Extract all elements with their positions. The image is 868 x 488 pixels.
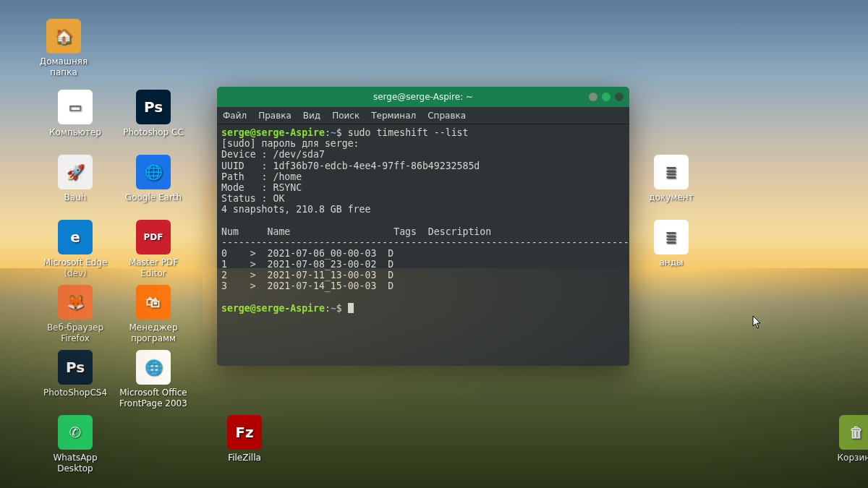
photoshop-cc-icon: Ps bbox=[136, 90, 171, 124]
info-summary: 4 snapshots, 210.8 GB free bbox=[221, 204, 370, 215]
prompt-user: serge@serge-Aspire bbox=[221, 127, 325, 138]
menu-edit[interactable]: Правка bbox=[258, 111, 292, 121]
desktop-icon-bauh[interactable]: 🚀Bauh bbox=[36, 155, 114, 203]
menu-file[interactable]: Файл bbox=[223, 111, 247, 121]
terminal-body[interactable]: serge@serge-Aspire:~$ sudo timeshift --l… bbox=[217, 124, 629, 366]
table-divider: ----------------------------------------… bbox=[221, 237, 629, 248]
desktop-icon-label: Домашняя папка bbox=[25, 56, 103, 78]
desktop-icon-label: Bauh bbox=[36, 192, 114, 203]
filezilla-icon: Fz bbox=[227, 415, 262, 450]
terminal-title: serge@serge-Aspire: ~ bbox=[373, 92, 473, 102]
frontpage-2003-icon: 🌐 bbox=[136, 350, 171, 385]
desktop-icon-label: Веб-браузер Firefox bbox=[36, 322, 114, 344]
prompt-user2: serge@serge-Aspire bbox=[221, 303, 325, 314]
app-manager-icon: 🛍 bbox=[136, 285, 171, 320]
desktop-icon-label: Корзина bbox=[817, 453, 868, 463]
window-maximize-button[interactable] bbox=[602, 93, 610, 101]
desktop-icon-filezilla[interactable]: FzFileZilla bbox=[205, 415, 284, 463]
edge-dev-icon: e bbox=[58, 220, 93, 254]
prompt-path2: ~ bbox=[331, 303, 336, 314]
master-pdf-icon: PDF bbox=[136, 220, 171, 254]
menu-view[interactable]: Вид bbox=[303, 111, 320, 121]
terminal-window[interactable]: serge@serge-Aspire: ~ Файл Правка Вид По… bbox=[217, 87, 629, 366]
desktop-icon-photoshop-cc[interactable]: PsPhotoshop CC bbox=[114, 90, 192, 138]
desktop-icon-home-folder[interactable]: 🏠Домашняя папка bbox=[25, 19, 103, 78]
window-close-button[interactable] bbox=[615, 93, 624, 101]
mouse-cursor-icon bbox=[752, 315, 762, 330]
home-folder-icon: 🏠 bbox=[46, 19, 81, 53]
desktop-icon-label: FileZilla bbox=[205, 453, 284, 463]
prompt-dollar2: $ bbox=[336, 303, 342, 314]
prompt-path: ~ bbox=[331, 127, 336, 138]
desktop-icon-label: Google Earth bbox=[114, 192, 192, 203]
whatsapp-icon: ✆ bbox=[58, 415, 93, 450]
terminal-titlebar[interactable]: serge@serge-Aspire: ~ bbox=[217, 87, 629, 107]
desktop-icon-label: Менеджер программ bbox=[114, 322, 192, 344]
table-rows: 0 > 2021-07-06_00-00-03 D 1 > 2021-07-08… bbox=[221, 248, 393, 292]
desktop-icon-photoshop-cs4[interactable]: PsPhotoShopCS4 bbox=[36, 350, 114, 398]
info-uuid: UUID : 1df36b70-edcb-4ee4-97ff-86b492325… bbox=[221, 160, 480, 171]
sudo-prompt: [sudo] пароль для serge: bbox=[221, 138, 359, 149]
desktop-icon-commands[interactable]: ≣анды bbox=[632, 220, 710, 268]
document-icon: ≣ bbox=[654, 155, 689, 189]
info-path: Path : /home bbox=[221, 171, 302, 182]
desktop-icon-label: Microsoft Office FrontPage 2003 bbox=[114, 388, 192, 409]
command-text: sudo timeshift --list bbox=[348, 127, 469, 138]
info-mode: Mode : RSYNC bbox=[221, 182, 302, 193]
desktop-icon-computer[interactable]: ▭Компьютер bbox=[36, 90, 114, 138]
firefox-icon: 🦊 bbox=[58, 285, 93, 320]
desktop-icon-label: анды bbox=[632, 257, 710, 268]
desktop-icon-label: Microsoft Edge (dev) bbox=[36, 257, 114, 279]
terminal-cursor-icon bbox=[348, 303, 354, 313]
table-header: Num Name Tags Description bbox=[221, 226, 491, 237]
commands-icon: ≣ bbox=[654, 220, 689, 254]
menu-terminal[interactable]: Терминал bbox=[371, 111, 416, 121]
desktop-icon-label: WhatsApp Desktop bbox=[36, 453, 114, 474]
desktop-icon-frontpage-2003[interactable]: 🌐Microsoft Office FrontPage 2003 bbox=[114, 350, 192, 409]
computer-icon: ▭ bbox=[58, 90, 93, 124]
desktop-icon-google-earth[interactable]: 🌐Google Earth bbox=[114, 155, 192, 203]
desktop-icon-edge-dev[interactable]: eMicrosoft Edge (dev) bbox=[36, 220, 114, 279]
desktop-icon-label: Master PDF Editor bbox=[114, 257, 192, 279]
desktop-icon-whatsapp[interactable]: ✆WhatsApp Desktop bbox=[36, 415, 114, 474]
info-device: Device : /dev/sda7 bbox=[221, 149, 325, 160]
desktop-icon-master-pdf[interactable]: PDFMaster PDF Editor bbox=[114, 220, 192, 279]
menu-search[interactable]: Поиск bbox=[332, 111, 359, 121]
trash-icon: 🗑 bbox=[839, 415, 868, 450]
desktop-icon-app-manager[interactable]: 🛍Менеджер программ bbox=[114, 285, 192, 344]
window-minimize-button[interactable] bbox=[589, 93, 597, 101]
terminal-menubar: Файл Правка Вид Поиск Терминал Справка bbox=[217, 107, 629, 124]
desktop-icon-label: PhotoShopCS4 bbox=[36, 388, 114, 398]
menu-help[interactable]: Справка bbox=[427, 111, 466, 121]
prompt-dollar: $ bbox=[336, 127, 342, 138]
desktop-icon-label: Photoshop CC bbox=[114, 127, 192, 138]
desktop-icon-label: Компьютер bbox=[36, 127, 114, 138]
desktop-icon-firefox[interactable]: 🦊Веб-браузер Firefox bbox=[36, 285, 114, 344]
desktop-icon-trash[interactable]: 🗑Корзина bbox=[817, 415, 868, 463]
photoshop-cs4-icon: Ps bbox=[58, 350, 93, 385]
desktop[interactable]: 🏠Домашняя папка▭КомпьютерPsPhotoshop CC🚀… bbox=[0, 0, 868, 488]
info-status: Status : OK bbox=[221, 193, 284, 204]
bauh-icon: 🚀 bbox=[58, 155, 93, 189]
google-earth-icon: 🌐 bbox=[136, 155, 171, 189]
desktop-icon-label: документ bbox=[632, 192, 710, 203]
desktop-icon-document[interactable]: ≣документ bbox=[632, 155, 710, 203]
